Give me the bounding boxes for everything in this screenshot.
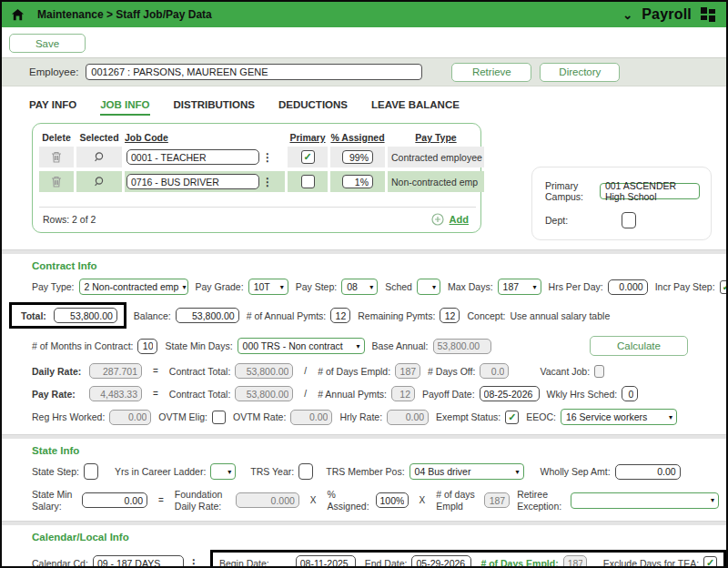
- retiree-exception-select[interactable]: ▾: [571, 492, 719, 509]
- equals-sign: =: [149, 366, 162, 376]
- ovtm-elig-checkbox[interactable]: [212, 411, 226, 424]
- pct-assigned-input[interactable]: [376, 492, 409, 508]
- sched-select[interactable]: ▾: [417, 279, 440, 295]
- calculate-button[interactable]: Calculate: [590, 336, 688, 356]
- state-min-days-select[interactable]: 000 TRS - Non contract▾: [238, 338, 365, 354]
- days-off-label: # Days Off:: [428, 366, 475, 377]
- table-row: ⋮ ✓ Contracted employee: [39, 147, 476, 167]
- end-date-input[interactable]: [411, 555, 471, 568]
- exempt-status-checkbox[interactable]: ✓: [505, 411, 519, 424]
- kebab-menu-icon[interactable]: ⋮: [262, 177, 273, 188]
- add-row-button[interactable]: Add: [431, 213, 469, 226]
- eeoc-select[interactable]: 16 Service workers▾: [561, 409, 677, 425]
- wholly-sep-input[interactable]: [615, 464, 681, 480]
- max-days-select[interactable]: 187▾: [498, 279, 541, 295]
- retrieve-button[interactable]: Retrieve: [451, 63, 531, 82]
- save-button[interactable]: Save: [9, 34, 86, 53]
- exclude-days-tea-checkbox[interactable]: ✓: [703, 556, 717, 568]
- circle-plus-icon: [431, 213, 444, 226]
- kebab-menu-icon[interactable]: ⋮: [188, 558, 199, 568]
- ovtm-rate-input: [290, 410, 332, 425]
- pay-type-value: Non-contracted emp: [391, 177, 478, 188]
- job-code-input[interactable]: [126, 149, 259, 165]
- primary-checkbox[interactable]: [301, 175, 315, 188]
- select-row-button[interactable]: [76, 171, 122, 192]
- annual-pymts2-input: [391, 386, 415, 401]
- apps-grid-icon[interactable]: [701, 7, 715, 22]
- pct-assigned-cell: [330, 171, 385, 192]
- pay-step-label: Pay Step:: [296, 281, 338, 292]
- select-row-button[interactable]: [76, 147, 122, 167]
- chevron-down-icon[interactable]: ⌄: [622, 9, 632, 21]
- kebab-menu-icon[interactable]: ⋮: [262, 152, 273, 163]
- delete-button[interactable]: [39, 147, 74, 167]
- vacant-job-checkbox[interactable]: [594, 365, 604, 378]
- pct-assigned-input[interactable]: [342, 150, 373, 164]
- directory-button[interactable]: Directory: [540, 63, 620, 82]
- concept-label: Concept:: [467, 310, 505, 321]
- pct-assigned-cell: [330, 147, 385, 167]
- begin-date-input[interactable]: [296, 555, 356, 568]
- pay-rate-label: Pay Rate:: [32, 389, 85, 400]
- days-empld-label: # of Days Empld:: [318, 366, 390, 377]
- max-days-label: Max Days:: [448, 281, 493, 292]
- exclude-days-tea-label: Exclude Days for TEA:: [603, 558, 699, 568]
- job-code-input[interactable]: [126, 174, 259, 189]
- delete-button[interactable]: [39, 171, 74, 192]
- tab-distributions[interactable]: DISTRIBUTIONS: [174, 99, 255, 116]
- tab-deductions[interactable]: DEDUCTIONS: [278, 99, 348, 116]
- days-empld-link[interactable]: # of Days Empld:: [480, 558, 558, 568]
- employee-bar: Employee: Retrieve Directory: [2, 57, 726, 86]
- reg-hrs-label: Reg Hrs Worked:: [32, 411, 105, 422]
- primary-checkbox[interactable]: ✓: [301, 150, 315, 164]
- pay-type-select[interactable]: 2 Non-contracted emp▾: [79, 279, 188, 295]
- annual-pymts-input[interactable]: [330, 308, 350, 323]
- payoff-date-input[interactable]: [480, 386, 540, 401]
- col-pct-assigned[interactable]: % Assigned: [330, 132, 385, 143]
- base-annual-label: Base Annual:: [372, 340, 429, 351]
- tab-leave-balance[interactable]: LEAVE BALANCE: [371, 99, 460, 116]
- employee-input[interactable]: [86, 64, 422, 80]
- pay-grade-select[interactable]: 10T▾: [248, 279, 288, 295]
- foundation-daily-rate-label: Foundation Daily Rate:: [175, 489, 231, 512]
- home-icon[interactable]: [11, 8, 25, 22]
- pct-assigned-input[interactable]: [342, 175, 373, 188]
- multiply-sign: X: [307, 495, 320, 505]
- months-in-contract-input[interactable]: [137, 339, 157, 354]
- app-title[interactable]: Payroll: [642, 6, 692, 23]
- section-divider: [2, 249, 726, 254]
- state-info-title: State Info: [32, 445, 726, 456]
- total-input[interactable]: [54, 308, 117, 323]
- balance-input[interactable]: [176, 308, 239, 323]
- dept-input[interactable]: [622, 212, 636, 228]
- reg-hrs-input: [109, 410, 151, 425]
- wkly-hrs-input[interactable]: [622, 386, 638, 401]
- primary-campus-select[interactable]: 001 ASCENDER High School: [600, 183, 700, 199]
- hrs-per-day-input[interactable]: [608, 279, 648, 295]
- tab-job-info[interactable]: JOB INFO: [100, 99, 149, 116]
- career-ladder-select[interactable]: ▾: [210, 463, 236, 480]
- table-footer: Rows: 2 of 2 Add: [39, 207, 476, 226]
- pct-assigned-label: % Assigned:: [328, 489, 371, 512]
- job-code-cell: ⋮: [125, 171, 285, 192]
- incr-pay-step-label: Incr Pay Step:: [655, 281, 715, 292]
- tab-pay-info[interactable]: PAY INFO: [29, 99, 76, 116]
- dept-label: Dept:: [545, 215, 622, 226]
- pay-step-select[interactable]: 08▾: [341, 279, 378, 295]
- balance-label: Balance:: [134, 310, 171, 321]
- col-job-code[interactable]: Job Code: [125, 132, 285, 143]
- multiply-sign: X: [416, 495, 430, 505]
- col-pay-type[interactable]: Pay Type: [388, 132, 484, 143]
- incr-pay-step-checkbox[interactable]: ✓: [720, 280, 728, 294]
- trs-year-input[interactable]: [298, 463, 313, 480]
- payoff-date-label: Payoff Date:: [422, 389, 475, 400]
- state-step-input[interactable]: [84, 463, 98, 480]
- chevron-down-icon: ▾: [711, 496, 714, 504]
- state-min-salary-input[interactable]: [82, 492, 147, 508]
- calendar-cd-input[interactable]: [93, 555, 184, 568]
- hrs-per-day-label: Hrs Per Day:: [549, 281, 603, 292]
- ovtm-elig-label: OVTM Elig:: [158, 411, 207, 422]
- trs-member-pos-select[interactable]: 04 Bus driver▾: [410, 463, 524, 480]
- col-primary[interactable]: Primary: [288, 132, 328, 143]
- remaining-pymts-input[interactable]: [440, 308, 460, 323]
